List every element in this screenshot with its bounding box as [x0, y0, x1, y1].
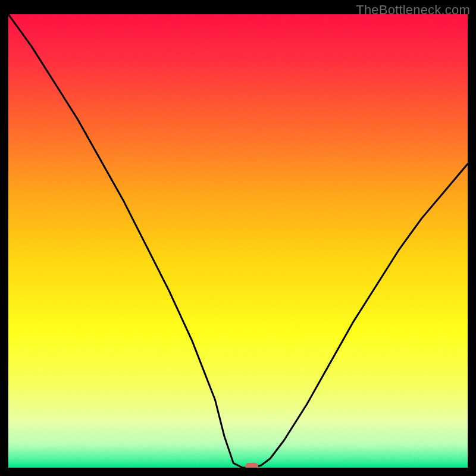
chart-frame: TheBottleneck.com — [0, 0, 476, 476]
curve-overlay — [8, 14, 468, 468]
watermark-label: TheBottleneck.com — [356, 2, 470, 18]
plot-area — [8, 14, 468, 468]
optimal-point-marker — [245, 463, 258, 468]
bottleneck-curve — [8, 14, 468, 468]
